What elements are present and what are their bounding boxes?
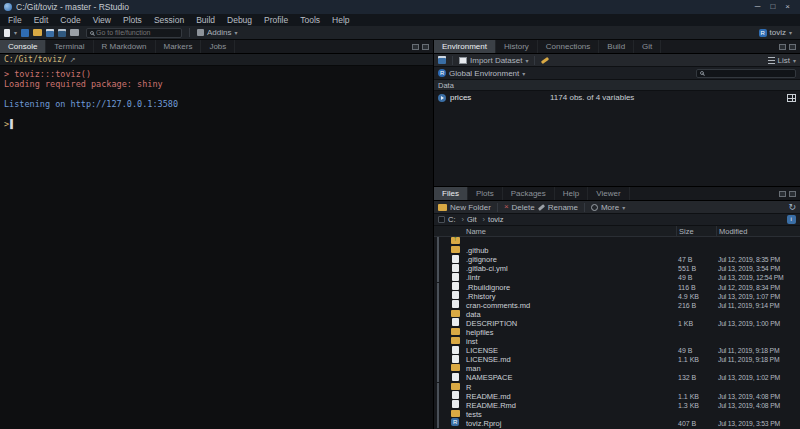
file-name-link[interactable]: cran-comments.md [464, 301, 676, 310]
project-selector[interactable]: toviz ▾ [759, 28, 796, 37]
menu-item[interactable]: Help [326, 14, 355, 26]
rename-button[interactable]: Rename [538, 203, 578, 212]
file-row[interactable]: .gitlab-ci.yml 551 B Jul 13, 2019, 3:54 … [434, 264, 800, 273]
goto-file-input[interactable] [96, 29, 187, 36]
file-select-checkbox[interactable] [437, 237, 439, 246]
file-row[interactable]: toviz.Rproj 407 B Jul 13, 2019, 3:53 PM [434, 419, 800, 428]
minimize-pane-icon[interactable] [779, 191, 786, 197]
menu-item[interactable]: Edit [28, 14, 55, 26]
menu-item[interactable]: Build [190, 14, 221, 26]
file-row[interactable]: inst [434, 337, 800, 346]
file-row[interactable]: tests [434, 410, 800, 419]
new-file-icon[interactable] [4, 29, 10, 37]
menu-item[interactable]: Profile [258, 14, 294, 26]
file-row[interactable]: .Rbuildignore 116 B Jul 12, 2019, 8:34 P… [434, 282, 800, 291]
file-row[interactable]: .github [434, 246, 800, 255]
file-name-link[interactable]: .github [464, 246, 676, 255]
save-icon[interactable] [46, 29, 54, 37]
file-select-checkbox[interactable] [437, 292, 439, 301]
file-row[interactable]: man [434, 364, 800, 373]
file-row[interactable]: .gitignore 47 B Jul 12, 2019, 8:35 PM [434, 255, 800, 264]
file-row[interactable]: README.md 1.1 KB Jul 13, 2019, 4:08 PM [434, 392, 800, 401]
addins-button[interactable]: Addins ▾ [197, 28, 237, 37]
view-data-grid-icon[interactable] [787, 94, 796, 102]
new-project-icon[interactable] [21, 29, 29, 37]
delete-button[interactable]: × Delete [504, 203, 535, 212]
file-select-checkbox[interactable] [437, 246, 439, 255]
file-select-checkbox[interactable] [437, 301, 439, 310]
file-select-checkbox[interactable] [437, 410, 439, 419]
file-select-checkbox[interactable] [437, 255, 439, 264]
environment-pane-tab[interactable]: History [496, 40, 538, 53]
console-pane-tab[interactable]: Jobs [201, 40, 235, 53]
menu-item[interactable]: Debug [221, 14, 258, 26]
select-all-checkbox[interactable] [438, 216, 445, 223]
header-name[interactable]: Name [464, 226, 676, 236]
file-select-checkbox[interactable] [437, 364, 439, 373]
new-folder-button[interactable]: New Folder [438, 203, 491, 212]
file-row[interactable]: NAMESPACE 132 B Jul 13, 2019, 1:02 PM [434, 373, 800, 382]
file-row[interactable]: helpfiles [434, 328, 800, 337]
file-name-link[interactable]: inst [464, 337, 676, 346]
file-select-checkbox[interactable] [437, 355, 439, 364]
breadcrumb-item[interactable]: C: [448, 215, 456, 224]
file-select-checkbox[interactable] [437, 383, 439, 392]
menu-item[interactable]: Code [54, 14, 86, 26]
environment-scope-label[interactable]: Global Environment [449, 69, 519, 78]
file-select-checkbox[interactable] [437, 328, 439, 337]
file-row[interactable]: .lintr 49 B Jul 13, 2019, 12:54 PM [434, 273, 800, 282]
file-name-link[interactable]: helpfiles [464, 328, 676, 337]
maximize-pane-icon[interactable] [789, 191, 796, 197]
files-pane-tab[interactable]: Help [555, 187, 588, 200]
goto-directory-icon[interactable]: ↗ [70, 56, 76, 64]
menu-item[interactable]: File [2, 14, 28, 26]
file-row[interactable]: data [434, 310, 800, 319]
file-select-checkbox[interactable] [437, 419, 439, 428]
file-name-link[interactable]: .lintr [464, 273, 676, 282]
file-select-checkbox[interactable] [437, 346, 439, 355]
breadcrumb-item[interactable]: Git [459, 215, 477, 224]
file-name-link[interactable]: LICENSE [464, 346, 676, 355]
maximize-window-button[interactable]: □ [770, 0, 775, 14]
file-name-link[interactable]: README.Rmd [464, 401, 676, 410]
environment-object-row[interactable]: prices 1174 obs. of 4 variables [434, 91, 800, 104]
environment-scope-caret-icon[interactable]: ▾ [522, 70, 525, 77]
print-icon[interactable] [70, 29, 79, 36]
menu-item[interactable]: Tools [294, 14, 326, 26]
expand-object-icon[interactable] [438, 94, 446, 102]
save-workspace-icon[interactable] [438, 56, 446, 64]
file-select-checkbox[interactable] [437, 310, 439, 319]
files-pane-tab[interactable]: Viewer [588, 187, 629, 200]
breadcrumb-item[interactable]: toviz [480, 215, 504, 224]
more-button[interactable]: More ▾ [591, 203, 625, 212]
file-select-checkbox[interactable] [437, 401, 439, 410]
file-name-link[interactable]: data [464, 310, 676, 319]
minimize-pane-icon[interactable] [779, 44, 786, 50]
menu-item[interactable]: View [87, 14, 117, 26]
file-select-checkbox[interactable] [437, 273, 439, 282]
file-name-link[interactable]: .gitlab-ci.yml [464, 264, 676, 273]
file-name-link[interactable]: .gitignore [464, 255, 676, 264]
file-row[interactable]: LICENSE.md 1.1 KB Jul 11, 2019, 9:18 PM [434, 355, 800, 364]
file-row[interactable]: LICENSE 49 B Jul 11, 2019, 9:18 PM [434, 346, 800, 355]
file-name-link[interactable]: NAMESPACE [464, 373, 676, 382]
file-name-link[interactable]: man [464, 364, 676, 373]
file-select-checkbox[interactable] [437, 283, 439, 292]
file-name-link[interactable]: tests [464, 410, 676, 419]
files-pane-tab[interactable]: Plots [468, 187, 503, 200]
file-name-link[interactable]: LICENSE.md [464, 355, 676, 364]
header-modified[interactable]: Modified [716, 226, 800, 236]
save-all-icon[interactable] [58, 29, 66, 37]
environment-pane-tab[interactable]: Connections [538, 40, 599, 53]
environment-search-input[interactable] [706, 70, 797, 77]
files-pane-tab[interactable]: Files [434, 187, 468, 200]
file-row[interactable]: cran-comments.md 216 B Jul 11, 2019, 9:1… [434, 301, 800, 310]
environment-pane-tab[interactable]: Environment [434, 40, 496, 53]
list-view-button[interactable]: List ▾ [768, 56, 796, 65]
directory-info-icon[interactable] [787, 215, 796, 224]
file-name-link[interactable]: R [464, 383, 676, 392]
close-window-button[interactable]: × [785, 0, 790, 14]
file-name-link[interactable]: .Rbuildignore [464, 283, 676, 292]
console-output[interactable]: > toviz:::toviz() Loading required packa… [0, 66, 433, 429]
environment-pane-tab[interactable]: Git [634, 40, 661, 53]
